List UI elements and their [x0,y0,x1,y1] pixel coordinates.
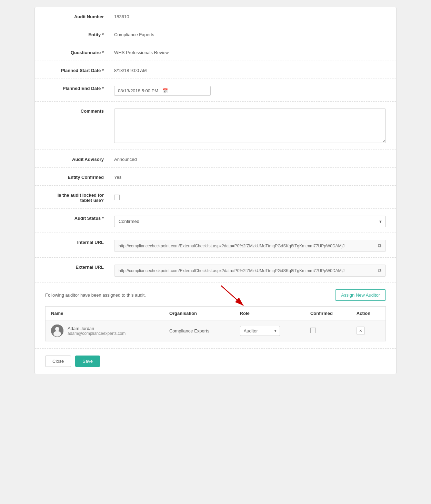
auditor-name-cell: Adam Jordan adam@complianceexperts.com [46,320,164,341]
internal-url-field: http://compliancecheckpoint.com/External… [114,240,386,252]
external-url-copy-icon[interactable]: ⧉ [378,268,381,274]
audit-status-label: Audit Status * [45,214,114,221]
internal-url-text: http://compliancecheckpoint.com/External… [119,244,375,248]
planned-start-row: Planned Start Date * 8/13/18 9:00 AM [35,61,396,79]
entity-label: Entity * [45,31,114,37]
delete-auditor-button[interactable]: × [357,327,365,335]
col-header-confirmed: Confirmed [305,307,351,320]
svg-point-3 [55,327,59,331]
avatar-svg [51,325,63,337]
audit-number-value: 183610 [114,13,386,19]
audit-locked-label: Is the audit locked for tablet use? [45,191,114,203]
audit-number-row: Audit Number 183610 [35,7,396,25]
internal-url-row: Internal URL http://compliancecheckpoint… [35,233,396,258]
calendar-icon[interactable]: 📅 [162,88,207,93]
entity-value: Compliance Experts [114,31,386,37]
auditor-organisation-cell: Compliance Experts [164,320,234,341]
name-details: Adam Jordan adam@complianceexperts.com [68,326,126,336]
role-select[interactable]: Auditor Lead Auditor Observer [240,326,280,336]
questionnaire-label: Questionnaire * [45,49,114,55]
audit-status-select[interactable]: Confirmed Pending Completed Cancelled [114,216,386,227]
svg-point-4 [53,331,61,337]
auditor-confirmed-checkbox[interactable] [310,328,316,333]
auditor-table: Name Organisation Role Confirmed Action [45,306,386,341]
questionnaire-row: Questionnaire * WHS Professionals Review [35,43,396,61]
audit-number-label: Audit Number [45,13,114,19]
auditor-section: Following auditor have been assigned to … [35,282,396,348]
external-url-text: http://compliancecheckpoint.com/External… [119,268,375,273]
internal-url-label: Internal URL [45,238,114,245]
role-select-wrapper: Auditor Lead Auditor Observer [240,326,280,336]
col-header-action: Action [351,307,386,320]
audit-advisory-row: Audit Advisory Announced [35,150,396,168]
comments-textarea[interactable] [114,109,386,143]
audit-status-select-wrapper: Confirmed Pending Completed Cancelled [114,216,386,227]
auditor-organisation: Compliance Experts [169,328,209,333]
questionnaire-value: WHS Professionals Review [114,49,386,55]
audit-status-row: Audit Status * Confirmed Pending Complet… [35,209,396,233]
entity-confirmed-row: Entity Confirmed Yes [35,168,396,186]
entity-confirmed-value: Yes [114,173,386,180]
audit-advisory-value: Announced [114,155,386,162]
planned-end-text: 08/13/2018 5:00 PM [118,88,162,93]
svg-line-1 [221,286,243,306]
audit-locked-checkbox[interactable] [114,195,120,200]
comments-value [114,107,386,144]
auditor-email: adam@complianceexperts.com [68,331,126,336]
external-url-label: External URL [45,263,114,270]
internal-url-value: http://compliancecheckpoint.com/External… [114,238,386,252]
entity-confirmed-label: Entity Confirmed [45,173,114,180]
avatar [51,325,63,337]
comments-row: Comments [35,102,396,150]
external-url-field: http://compliancecheckpoint.com/External… [114,265,386,277]
planned-start-label: Planned Start Date * [45,66,114,73]
planned-end-row: Planned End Date * 08/13/2018 5:00 PM 📅 [35,79,396,102]
table-row: Adam Jordan adam@complianceexperts.com C… [46,320,386,341]
entity-row: Entity * Compliance Experts [35,25,396,43]
col-header-name: Name [46,307,164,320]
audit-status-value: Confirmed Pending Completed Cancelled [114,214,386,227]
external-url-row: External URL http://compliancecheckpoint… [35,258,396,282]
auditor-name: Adam Jordan [68,326,126,331]
external-url-value: http://compliancecheckpoint.com/External… [114,263,386,277]
planned-end-value: 08/13/2018 5:00 PM 📅 [114,84,386,96]
auditor-name-cell-inner: Adam Jordan adam@complianceexperts.com [51,325,158,337]
audit-locked-value [114,193,386,201]
comments-label: Comments [45,107,114,114]
red-arrow-annotation [214,282,255,310]
audit-locked-row: Is the audit locked for tablet use? [35,186,396,209]
planned-end-label: Planned End Date * [45,84,114,91]
assign-new-auditor-button[interactable]: Assign New Auditor [335,289,386,301]
auditor-table-body: Adam Jordan adam@complianceexperts.com C… [46,320,386,341]
auditor-role-cell: Auditor Lead Auditor Observer [234,320,305,341]
planned-end-input[interactable]: 08/13/2018 5:00 PM 📅 [114,86,211,96]
save-button[interactable]: Save [75,356,100,367]
audit-advisory-label: Audit Advisory [45,155,114,162]
auditor-confirmed-cell [305,320,351,341]
close-button[interactable]: Close [45,356,71,367]
footer-section: Close Save [35,348,396,374]
auditor-info-text: Following auditor have been assigned to … [45,292,146,298]
internal-url-copy-icon[interactable]: ⧉ [378,243,381,249]
planned-start-value: 8/13/18 9:00 AM [114,66,386,73]
auditor-action-cell: × [351,320,386,341]
